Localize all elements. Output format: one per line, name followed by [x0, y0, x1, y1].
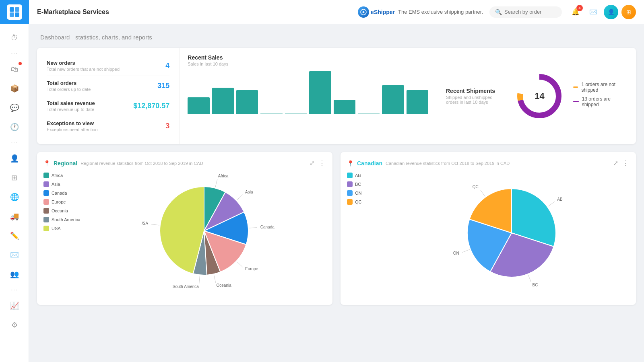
message-icon: ✉️: [589, 8, 597, 16]
qc-label: QC: [355, 200, 362, 204]
svg-line-20: [151, 224, 159, 225]
legend-on: ON: [347, 190, 387, 196]
canadian-more-options-button[interactable]: ⋮: [621, 158, 630, 168]
regional-pie-area: Africa Asia Canada Europe: [43, 173, 326, 293]
recent-shipments-title: Recent Shipments: [446, 88, 502, 94]
messages-button[interactable]: ✉️: [586, 5, 601, 19]
order-stats-panel: New orders Total new orders that are not…: [37, 48, 180, 144]
revenue-stat: Total sales revenue Total revenue up to …: [47, 96, 169, 116]
svg-line-28: [480, 190, 485, 196]
canadian-chart-actions: ⤢ ⋮: [612, 158, 630, 168]
sidebar-item-user[interactable]: 👤: [6, 150, 23, 167]
regional-chart-subtitle: Regional revenue statistics from Oct 201…: [80, 161, 203, 166]
regional-pin-icon: 📍: [43, 160, 50, 167]
regional-chart-title: Regional: [54, 160, 77, 167]
exceptions-label: Exceptions to view: [47, 120, 98, 126]
svg-line-16: [214, 275, 215, 283]
sidebar-item-settings[interactable]: ⚙: [6, 317, 23, 333]
unshipped-dot: [573, 86, 578, 88]
legend-africa: Africa: [43, 173, 84, 178]
sidebar-item-mail[interactable]: ✉️: [6, 247, 23, 263]
apps-icon: ⊞: [626, 9, 631, 15]
regional-chart-header: 📍 Regional Regional revenue statistics f…: [43, 158, 326, 168]
canadian-chart-header: 📍 Canadian Canadian revenue statistics f…: [347, 158, 630, 168]
sidebar-item-analytics[interactable]: 📈: [6, 298, 23, 314]
legend-bc: BC: [347, 181, 387, 187]
legend-asia: Asia: [43, 181, 84, 187]
app-logo[interactable]: [0, 0, 29, 24]
qc-color: [347, 199, 353, 205]
bar-item: [407, 90, 428, 114]
shipped-legend: 13 orders are shipped: [573, 96, 626, 107]
avatar-icon: 👤: [608, 9, 615, 15]
unshipped-label: 1 orders are not shipped: [581, 82, 626, 93]
partner-branding: eShipper The EMS exclusive shipping part…: [358, 6, 483, 18]
notification-badge: 4: [576, 5, 583, 11]
app-title: E-Marketplace Services: [37, 8, 351, 16]
sidebar-item-truck[interactable]: 🚚: [6, 208, 23, 224]
apps-button[interactable]: ⊞: [621, 5, 636, 19]
shipments-legend: 1 orders are not shipped 13 orders are s…: [573, 82, 626, 111]
legend-south-america: South America: [43, 217, 84, 222]
sidebar-item-clock[interactable]: ⏱: [6, 30, 23, 46]
exceptions-desc: Exceptions need attention: [47, 127, 98, 132]
bc-color: [347, 181, 353, 187]
canadian-pie-svg: ABBCONQC: [445, 173, 578, 293]
sidebar: ⏱ ··· 🛍 📦 💬 🕐 ··· 👤 ⊞ 🌐 🚚 ✏️ ✉️ 👥 ··· 📈 …: [0, 0, 29, 362]
bar-item: [212, 88, 234, 114]
legend-oceania: Oceania: [43, 208, 84, 214]
total-orders-stat: Total orders Total orders up to date 315: [47, 76, 169, 96]
exceptions-stat: Exceptions to view Exceptions need atten…: [47, 116, 169, 136]
sidebar-item-history[interactable]: 🕐: [6, 119, 23, 135]
bar-item: [236, 90, 258, 114]
asia-label: Asia: [52, 182, 60, 187]
bag-badge: [19, 62, 22, 65]
new-orders-value: 4: [165, 62, 169, 70]
logo-icon: [9, 6, 20, 18]
page-header: Dashboard statistics, charts, and report…: [37, 32, 636, 41]
legend-europe: Europe: [43, 199, 84, 205]
total-orders-desc: Total orders up to date: [47, 87, 91, 92]
search-input[interactable]: [504, 9, 556, 15]
south-america-label: South America: [52, 217, 80, 222]
recent-shipments-subtitle: Shipped and unshipped orders in last 10 …: [446, 95, 502, 105]
more-options-button[interactable]: ⋮: [318, 158, 326, 168]
canada-label: Canada: [52, 191, 67, 195]
notifications-button[interactable]: 🔔 4: [568, 5, 583, 19]
new-orders-stat: New orders Total new orders that are not…: [47, 56, 169, 76]
regional-pie-wrapper: AfricaAsiaCanadaEuropeOceaniaSouth Ameri…: [90, 173, 326, 293]
canadian-pie-legend: AB BC ON QC: [347, 173, 387, 208]
svg-text:ON: ON: [453, 251, 459, 255]
legend-usa: USA: [43, 226, 84, 231]
canadian-chart-title: Canadian: [357, 160, 382, 167]
search-bar[interactable]: 🔍: [489, 6, 562, 18]
canadian-chart-subtitle: Canadian revenue statistics from Oct 201…: [386, 161, 510, 166]
stats-row: New orders Total new orders that are not…: [37, 48, 636, 144]
sidebar-item-edit[interactable]: ✏️: [6, 228, 23, 244]
africa-label: Africa: [52, 173, 63, 178]
donut-center-value: 14: [535, 91, 544, 101]
regional-chart-actions: ⤢ ⋮: [309, 158, 326, 168]
canada-color: [43, 190, 49, 196]
canadian-expand-button[interactable]: ⤢: [612, 158, 619, 168]
regional-chart-card: 📍 Regional Regional revenue statistics f…: [37, 152, 332, 305]
sales-bar-chart: [188, 71, 428, 115]
sidebar-item-cube[interactable]: 📦: [6, 80, 23, 97]
expand-button[interactable]: ⤢: [309, 158, 316, 168]
unshipped-legend: 1 orders are not shipped: [573, 82, 626, 93]
revenue-desc: Total revenue up to date: [47, 107, 95, 112]
sidebar-item-team[interactable]: 👥: [6, 266, 23, 282]
sidebar-item-chat[interactable]: 💬: [6, 100, 23, 116]
canadian-pie-wrapper: ABBCONQC: [394, 173, 630, 293]
recent-shipments-panel: Recent Shipments Shipped and unshipped o…: [436, 48, 636, 144]
new-orders-label: New orders: [47, 60, 120, 66]
sidebar-item-globe[interactable]: 🌐: [6, 189, 23, 205]
europe-color: [43, 199, 49, 205]
canadian-title-group: 📍 Canadian Canadian revenue statistics f…: [347, 160, 510, 167]
sidebar-item-bag[interactable]: 🛍: [6, 61, 23, 77]
svg-line-10: [237, 195, 243, 200]
sidebar-item-grid[interactable]: ⊞: [6, 170, 23, 186]
south-america-color: [43, 217, 49, 222]
svg-line-14: [237, 262, 243, 267]
avatar-button[interactable]: 👤: [604, 5, 618, 19]
